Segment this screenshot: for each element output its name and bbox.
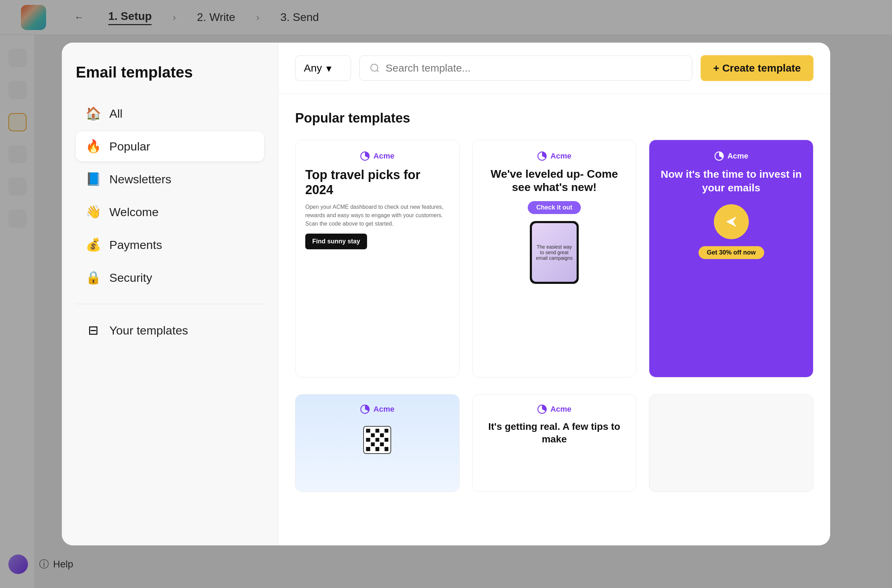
- find-sunny-stay-button[interactable]: Find sunny stay: [305, 234, 367, 249]
- acme-logo-icon: [360, 151, 370, 161]
- sidebar-item-payments[interactable]: 💰 Payments: [76, 230, 264, 260]
- newsletters-icon: 📘: [86, 172, 101, 186]
- invest-title: Now it's the time to invest in your emai…: [659, 167, 803, 195]
- payments-icon: 💰: [86, 237, 101, 252]
- modal-sidebar: Email templates 🏠 All 🔥 Popular 📘 Newsle…: [62, 43, 278, 545]
- sidebar-item-popular-label: Popular: [109, 140, 150, 153]
- all-icon: 🏠: [86, 106, 101, 121]
- template-card-levelup: Acme We've leveled up- Come see what's n…: [472, 140, 637, 378]
- travel-title: Top travel picks for 2024: [305, 167, 449, 197]
- acme-header-qr: Acme: [360, 404, 394, 414]
- sidebar-divider: [76, 304, 264, 304]
- levelup-title: We've leveled up- Come see what's new!: [482, 167, 626, 194]
- acme-header-levelup: Acme: [537, 151, 571, 161]
- acme-logo-icon-4: [360, 404, 370, 414]
- acme-label-realness: Acme: [550, 405, 571, 414]
- security-icon: 🔒: [86, 270, 101, 285]
- acme-logo-icon-2: [537, 151, 547, 161]
- create-template-button[interactable]: + Create template: [701, 55, 814, 81]
- phone-screen: The easiest way to send great email camp…: [532, 223, 577, 282]
- template-card-qr: Acme: [295, 394, 460, 492]
- template-card-travel: Acme Top travel picks for 2024 Open your…: [295, 140, 460, 378]
- sidebar-item-welcome-label: Welcome: [109, 205, 159, 219]
- search-input[interactable]: [386, 62, 682, 74]
- send-icon: [714, 204, 749, 239]
- acme-header-realness: Acme: [537, 404, 571, 414]
- svg-point-0: [371, 64, 378, 71]
- sidebar-item-all-label: All: [109, 107, 123, 120]
- modal-main: Any ▾ + Create template Popular template…: [278, 43, 830, 545]
- template-card-realness: Acme It's getting real. A few tips to ma…: [472, 394, 637, 492]
- template-preview-invest: Acme Now it's the time to invest in your…: [649, 140, 813, 377]
- acme-logo-icon-5: [537, 404, 547, 414]
- realness-title: It's getting real. A few tips to make: [482, 420, 626, 446]
- filter-dropdown[interactable]: Any ▾: [295, 56, 351, 81]
- templates-grid: Acme Top travel picks for 2024 Open your…: [295, 140, 814, 378]
- modal-content: Popular templates Acme Top travel picks: [278, 94, 830, 545]
- your-templates-icon: ⊟: [86, 323, 101, 338]
- modal-title: Email templates: [76, 63, 264, 81]
- template-preview-qr: Acme: [296, 394, 459, 492]
- svg-line-1: [377, 70, 378, 72]
- qr-code-image: [363, 426, 391, 454]
- template-preview-levelup: Acme We've leveled up- Come see what's n…: [473, 140, 636, 377]
- sidebar-item-newsletters-label: Newsletters: [109, 172, 171, 186]
- template-card-placeholder: [649, 394, 814, 492]
- section-title: Popular templates: [295, 111, 814, 126]
- search-bar: [359, 56, 692, 81]
- sidebar-item-your-templates[interactable]: ⊟ Your templates: [76, 315, 264, 345]
- acme-label-levelup: Acme: [550, 152, 571, 160]
- discount-badge: Get 30% off now: [698, 246, 764, 259]
- sidebar-item-security-label: Security: [109, 271, 152, 285]
- chevron-down-icon: ▾: [326, 62, 332, 74]
- check-it-out-badge: Check it out: [528, 201, 580, 214]
- email-templates-modal: Email templates 🏠 All 🔥 Popular 📘 Newsle…: [62, 43, 830, 545]
- template-card-bottom-invest: Make time for your buinness with 30% off…: [649, 377, 813, 378]
- modal-toolbar: Any ▾ + Create template: [278, 43, 830, 94]
- travel-body: Open your ACME dashboard to check out ne…: [305, 203, 449, 228]
- template-card-invest: Acme Now it's the time to invest in your…: [649, 140, 814, 378]
- acme-header-invest: Acme: [714, 151, 748, 161]
- welcome-icon: 👋: [86, 205, 101, 219]
- sidebar-item-security[interactable]: 🔒 Security: [76, 262, 264, 292]
- sidebar-item-newsletters[interactable]: 📘 Newsletters: [76, 164, 264, 194]
- template-preview-travel: Acme Top travel picks for 2024 Open your…: [296, 140, 459, 377]
- sidebar-item-all[interactable]: 🏠 All: [76, 99, 264, 129]
- search-icon: [369, 63, 380, 74]
- sidebar-item-welcome[interactable]: 👋 Welcome: [76, 197, 264, 227]
- acme-label-travel: Acme: [373, 152, 394, 160]
- template-preview-realness: Acme It's getting real. A few tips to ma…: [473, 394, 636, 492]
- acme-label-qr: Acme: [373, 405, 394, 414]
- acme-label-invest: Acme: [727, 152, 748, 160]
- popular-icon: 🔥: [86, 139, 101, 154]
- acme-logo-icon-3: [714, 151, 724, 161]
- sidebar-item-your-templates-label: Your templates: [109, 324, 188, 337]
- filter-label: Any: [304, 62, 322, 74]
- acme-header-travel: Acme: [305, 151, 449, 161]
- sidebar-item-payments-label: Payments: [109, 238, 162, 252]
- sidebar-item-popular[interactable]: 🔥 Popular: [76, 131, 264, 161]
- template-card-bottom-travel: Don't miss out on the best of ACME Selec…: [296, 377, 459, 378]
- template-card-bottom-levelup: All new. All in one place. Better than e…: [473, 377, 636, 378]
- phone-mockup: The easiest way to send great email camp…: [530, 221, 579, 284]
- templates-grid-bottom: Acme: [295, 394, 814, 492]
